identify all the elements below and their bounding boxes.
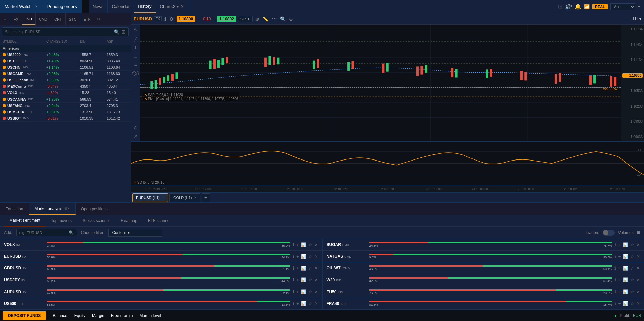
- add-action-icon[interactable]: +: [296, 277, 299, 282]
- crosshair-icon[interactable]: ⊕: [255, 16, 260, 22]
- fx-tab[interactable]: FX: [10, 13, 22, 25]
- info-action-icon[interactable]: ℹ: [293, 242, 294, 247]
- star-action-icon[interactable]: ☆: [630, 254, 634, 259]
- etf-scanner-subtab[interactable]: ETF scanner: [143, 215, 177, 226]
- symbol-row[interactable]: US2000 IND +0.48% 1558.7 1559.3: [0, 52, 131, 58]
- add-chart-button[interactable]: +: [202, 193, 210, 202]
- stc-tab[interactable]: STC: [66, 13, 80, 25]
- chart-action-icon[interactable]: 📊: [623, 242, 628, 247]
- market-sentiment-subtab[interactable]: Market sentiment: [4, 215, 46, 226]
- add-action-icon[interactable]: +: [296, 301, 299, 306]
- chart-action-icon[interactable]: 📊: [623, 254, 628, 259]
- symbol-row[interactable]: USBIOT IND -0.51% 1010.35 1012.42: [0, 115, 131, 122]
- ind-tab[interactable]: IND: [22, 13, 36, 25]
- gold-chart-tab[interactable]: GOLD (H1) ✕: [169, 193, 200, 202]
- zoom-icon[interactable]: 🔍: [279, 16, 286, 22]
- symbol-row[interactable]: USGAME IND +0.93% 1165.71 1168.60: [0, 71, 131, 77]
- close-action-icon[interactable]: ✕: [636, 289, 640, 294]
- star-action-icon[interactable]: ☆: [308, 301, 312, 306]
- zoom-in-icon[interactable]: ⊕: [288, 16, 294, 22]
- chart-action-icon[interactable]: 📊: [301, 277, 306, 282]
- magnet-tool-icon[interactable]: ⊘: [132, 124, 140, 131]
- symbol-row[interactable]: US100 IND +1.40% 8034.90 8035.40: [0, 58, 131, 64]
- close-action-icon[interactable]: ✕: [636, 277, 640, 282]
- gold-tab-close[interactable]: ✕: [194, 196, 197, 199]
- chart-action-icon[interactable]: 📊: [623, 277, 628, 282]
- info-action-icon[interactable]: ℹ: [614, 277, 616, 282]
- account-dropdown-icon[interactable]: ▾: [638, 4, 640, 9]
- close-action-icon[interactable]: ✕: [314, 254, 318, 259]
- charts2-menu-icon[interactable]: ▾: [177, 4, 179, 9]
- add-action-icon[interactable]: +: [296, 289, 299, 294]
- close-action-icon[interactable]: ✕: [314, 301, 318, 306]
- star-action-icon[interactable]: ☆: [308, 254, 312, 259]
- chart-action-icon[interactable]: 📊: [301, 301, 306, 306]
- chart-action-icon[interactable]: 📊: [301, 242, 306, 247]
- add-symbol-input[interactable]: [19, 231, 67, 235]
- traders-volumes-toggle[interactable]: [603, 230, 615, 236]
- share-icon[interactable]: ↗: [132, 133, 140, 140]
- info-action-icon[interactable]: ℹ: [614, 254, 616, 259]
- add-action-icon[interactable]: +: [296, 242, 299, 247]
- ruler-icon[interactable]: 📏: [262, 16, 269, 22]
- open-positions-tab[interactable]: Open positions: [76, 203, 113, 215]
- eurusd-chart-tab[interactable]: EURUSD (H1) ✕: [132, 193, 168, 202]
- sentiment-menu-icon[interactable]: ≡: [637, 230, 640, 236]
- star-action-icon[interactable]: ☆: [630, 266, 634, 271]
- wave-icon[interactable]: 〰: [271, 16, 277, 22]
- star-action-icon[interactable]: ☆: [308, 277, 312, 282]
- star-action-icon[interactable]: ☆: [630, 277, 634, 282]
- info-action-icon[interactable]: ℹ: [293, 277, 294, 282]
- line-tool-icon[interactable]: ╱: [132, 35, 140, 42]
- info-action-icon[interactable]: ℹ: [614, 289, 616, 294]
- close-action-icon[interactable]: ✕: [314, 289, 318, 294]
- fib-tool-icon[interactable]: ≡: [132, 61, 140, 68]
- heatmap-subtab[interactable]: Heatmap: [115, 215, 143, 226]
- add-action-icon[interactable]: +: [618, 301, 621, 306]
- symbol-row[interactable]: USCANNA IND +1.20% 568.53 574.41: [0, 96, 131, 103]
- close-action-icon[interactable]: ✕: [636, 254, 640, 259]
- add-action-icon[interactable]: +: [618, 242, 621, 247]
- charts2-close-icon[interactable]: ✕: [180, 4, 184, 9]
- chart-action-icon[interactable]: 📊: [623, 289, 628, 294]
- symbol-row[interactable]: USMEDIA IND +0.81% 1313.90 1316.73: [0, 109, 131, 115]
- market-analysis-close-icon[interactable]: ⊞✕: [64, 207, 70, 210]
- equity-footer-item[interactable]: Equity: [74, 313, 85, 318]
- history-nav-tab[interactable]: History: [134, 0, 156, 13]
- indicator-tool-icon[interactable]: f(x): [132, 70, 140, 77]
- close-action-icon[interactable]: ✕: [314, 277, 318, 282]
- info-action-icon[interactable]: ℹ: [293, 301, 294, 306]
- market-watch-tab[interactable]: Market Watch ✕: [0, 0, 43, 13]
- close-action-icon[interactable]: ✕: [314, 266, 318, 271]
- eurusd-tab-close[interactable]: ✕: [162, 196, 164, 199]
- news-nav-tab[interactable]: News: [89, 0, 108, 13]
- calendar-nav-tab[interactable]: Calendar: [108, 0, 134, 13]
- market-watch-close-icon[interactable]: ✕: [35, 5, 38, 8]
- margin-footer-item[interactable]: Margin: [92, 313, 104, 318]
- chart-action-icon[interactable]: 📊: [623, 266, 628, 271]
- email-tab[interactable]: ✉: [94, 13, 104, 25]
- balance-footer-item[interactable]: Balance: [53, 313, 67, 318]
- crt-tab[interactable]: CRT: [51, 13, 65, 25]
- chart-action-icon[interactable]: 📊: [301, 289, 306, 294]
- symbol-row[interactable]: MEXComp IND -0.84% 43507 43584: [0, 83, 131, 90]
- close-action-icon[interactable]: ✕: [636, 242, 640, 247]
- add-action-icon[interactable]: +: [618, 277, 621, 282]
- star-tab[interactable]: ☆: [0, 13, 10, 25]
- star-action-icon[interactable]: ☆: [630, 242, 634, 247]
- cmd-tab[interactable]: CMD: [36, 13, 51, 25]
- star-action-icon[interactable]: ☆: [630, 289, 634, 294]
- market-analysis-tab[interactable]: Market analysis ⊞✕: [29, 203, 75, 215]
- cursor-tool-icon[interactable]: ↖: [132, 26, 140, 34]
- star-action-icon[interactable]: ☆: [308, 242, 312, 247]
- chart-action-icon[interactable]: 📊: [623, 301, 628, 306]
- chart-action-icon[interactable]: 📊: [301, 254, 306, 259]
- pattern-tool-icon[interactable]: ⋯: [132, 78, 140, 86]
- close-action-icon[interactable]: ✕: [636, 266, 640, 271]
- star-action-icon[interactable]: ☆: [308, 289, 312, 294]
- text-tool-icon[interactable]: T: [132, 44, 140, 51]
- symbol-row[interactable]: VOLX IND -4.32% 15.28 15.40: [0, 90, 131, 96]
- account-select[interactable]: Account: [610, 3, 635, 10]
- etf-tab[interactable]: ETF: [80, 13, 94, 25]
- deposit-button[interactable]: DEPOSIT FUNDS: [3, 311, 46, 320]
